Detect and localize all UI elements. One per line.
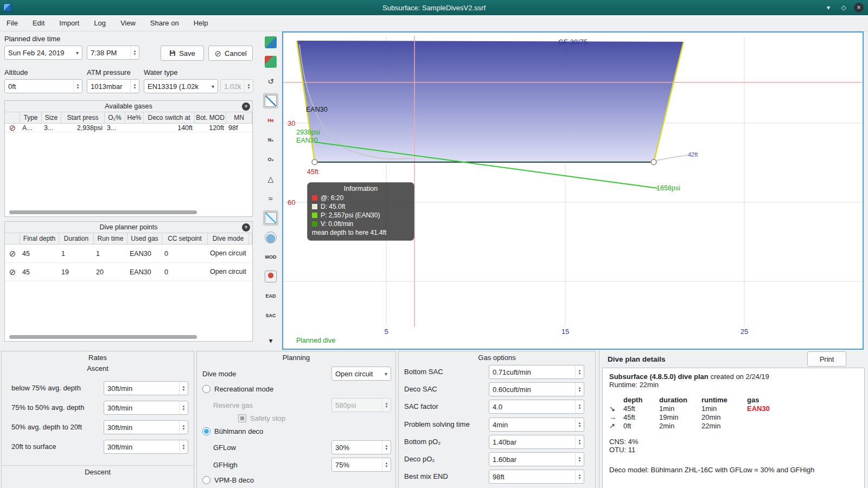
save-plan-icon[interactable] (263, 54, 278, 69)
col-cc-setpoint[interactable]: CC setpoint (162, 233, 208, 244)
sac-rate-icon[interactable] (263, 269, 278, 284)
undo-icon[interactable]: ↺ (263, 74, 278, 89)
sac-toggle-icon[interactable]: SAC (263, 308, 278, 323)
print-button[interactable]: Print (807, 351, 846, 367)
col-deco-switch[interactable]: Deco switch at (144, 112, 195, 123)
best-mix-end-spinner[interactable]: 98ft ▲▼ (489, 470, 584, 484)
col-size[interactable]: Size (42, 112, 61, 123)
gas-row[interactable]: ⊘ A... 3... 2,938psi 3... 140ft 120ft 98… (5, 124, 252, 132)
more-tools-icon[interactable]: ▾ (263, 333, 278, 348)
spinner-arrows-icon[interactable]: ▲▼ (179, 421, 188, 434)
bottom-po2-spinner[interactable]: 1.40bar ▲▼ (489, 435, 584, 449)
profile-toggle-icon[interactable] (263, 93, 278, 108)
point-gas-cell[interactable]: EAN30 (127, 263, 162, 281)
spinner-arrows-icon[interactable]: ▲▼ (575, 383, 584, 396)
point-mode-cell[interactable]: Open circuit (208, 263, 249, 281)
gfhigh-spinner[interactable]: 75% ▲▼ (331, 458, 391, 472)
radio-recreational[interactable] (202, 385, 210, 393)
point-runtime-cell[interactable]: 1 (94, 245, 127, 262)
recreational-mode-option[interactable]: Recreational mode (202, 385, 273, 393)
point-duration-cell[interactable]: 19 (59, 263, 94, 281)
ascent-rate-50-spinner[interactable]: 30ft/min ▲▼ (104, 401, 188, 415)
point-mode-cell[interactable]: Open circuit (208, 245, 249, 262)
gflow-spinner[interactable]: 30% ▲▼ (331, 440, 391, 454)
menu-file[interactable]: File (7, 19, 18, 27)
dive-mode-select[interactable]: Open circuit ▾ (331, 367, 391, 381)
bottom-sac-spinner[interactable]: 0.71cuft/min ▲▼ (489, 365, 584, 379)
spinner-arrows-icon[interactable]: ▲▼ (575, 470, 584, 483)
altitude-spinner[interactable]: 0ft ▲▼ (4, 79, 82, 93)
col-used-gas[interactable]: Used gas (127, 233, 162, 244)
menu-import[interactable]: Import (59, 19, 79, 27)
point-setpoint-cell[interactable]: 0 (162, 263, 208, 281)
dive-date-select[interactable]: Sun Feb 24, 2019 ▾ (4, 46, 82, 60)
deco-sac-spinner[interactable]: 0.60cuft/min ▲▼ (489, 382, 584, 396)
col-type[interactable]: Type (20, 112, 42, 123)
point-depth-cell[interactable]: 45 (20, 263, 59, 281)
gas-startpress-cell[interactable]: 2,938psi (61, 124, 105, 132)
mod-toggle-icon[interactable]: MOD (263, 249, 278, 265)
gas-o2-cell[interactable]: 3... (105, 124, 125, 132)
cylinder-use-icon[interactable]: ⊘ (9, 124, 16, 132)
points-horizontal-scrollbar[interactable] (9, 335, 197, 339)
gases-horizontal-scrollbar[interactable] (9, 210, 197, 214)
point-gas-cell[interactable]: EAN30 (127, 245, 162, 262)
atm-pressure-spinner[interactable]: 1013mbar ▲▼ (87, 79, 139, 93)
heartrate-toggle-icon[interactable]: ≈ (263, 191, 278, 206)
ead-toggle-icon[interactable]: EAD (263, 288, 278, 304)
profile-handle[interactable] (312, 159, 317, 165)
menu-share-on[interactable]: Share on (150, 19, 179, 27)
radio-buhlmann[interactable] (202, 427, 210, 435)
col-run-time[interactable]: Run time (94, 233, 127, 244)
gas-flask-icon[interactable] (263, 230, 278, 245)
deco-po2-spinner[interactable]: 1.60bar ▲▼ (489, 452, 584, 466)
point-depth-cell[interactable]: 45 (20, 245, 59, 262)
spinner-arrows-icon[interactable]: ▲▼ (130, 46, 139, 59)
gas-he-cell[interactable] (125, 124, 144, 132)
add-dive-point-button[interactable]: + (242, 223, 250, 232)
helium-toggle-icon[interactable]: He (263, 113, 278, 128)
minimize-icon[interactable]: ▾ (824, 3, 833, 12)
spinner-arrows-icon[interactable]: ▲▼ (382, 458, 391, 471)
menu-edit[interactable]: Edit (33, 19, 44, 27)
spinner-arrows-icon[interactable]: ▲▼ (179, 401, 188, 414)
gas-mnd-cell[interactable]: 98f (226, 124, 252, 132)
menu-log[interactable]: Log (94, 19, 106, 27)
spinner-arrows-icon[interactable]: ▲▼ (575, 435, 584, 448)
ascent-rate-20ft-spinner[interactable]: 30ft/min ▲▼ (104, 420, 188, 434)
ascent-rate-surface-spinner[interactable]: 30ft/min ▲▼ (104, 440, 188, 454)
spinner-arrows-icon[interactable]: ▲▼ (179, 440, 188, 453)
add-gas-button[interactable]: + (242, 102, 250, 111)
gas-size-cell[interactable]: 3... (42, 124, 61, 132)
col-duration[interactable]: Duration (59, 233, 94, 244)
spinner-arrows-icon[interactable]: ▲▼ (382, 441, 391, 454)
spinner-arrows-icon[interactable]: ▲▼ (179, 382, 188, 395)
nitrogen-toggle-icon[interactable]: N₂ (263, 132, 278, 147)
save-button[interactable]: Save (161, 46, 204, 61)
oxygen-toggle-icon[interactable]: O₂ (263, 152, 278, 167)
ceiling-toggle-icon[interactable]: △ (263, 171, 278, 187)
dive-point-row[interactable]: ⊘ 45 19 20 EAN30 0 Open circuit (5, 263, 252, 281)
delete-point-icon[interactable]: ⊘ (9, 268, 16, 276)
col-start-press[interactable]: Start press (61, 112, 105, 123)
col-he[interactable]: He% (125, 112, 144, 123)
vpmb-deco-option[interactable]: VPM-B deco (202, 476, 254, 484)
col-final-depth[interactable]: Final depth (20, 233, 59, 244)
dive-planner-icon[interactable] (263, 35, 278, 50)
point-setpoint-cell[interactable]: 0 (162, 245, 208, 262)
menu-view[interactable]: View (120, 19, 136, 27)
point-duration-cell[interactable]: 1 (59, 245, 94, 262)
col-mnd[interactable]: MN (226, 112, 252, 123)
delete-point-icon[interactable]: ⊘ (9, 249, 16, 258)
spinner-arrows-icon[interactable]: ▲▼ (73, 80, 82, 93)
gas-botmod-cell[interactable]: 120ft (195, 124, 226, 132)
spinner-arrows-icon[interactable]: ▲▼ (575, 418, 584, 431)
dive-point-row[interactable]: ⊘ 45 1 1 EAN30 0 Open circuit (5, 245, 252, 263)
radio-vpmb[interactable] (202, 476, 210, 484)
spinner-arrows-icon[interactable]: ▲▼ (130, 80, 139, 93)
tank-pressure-toggle-icon[interactable] (263, 210, 278, 226)
spinner-arrows-icon[interactable]: ▲▼ (575, 400, 584, 413)
col-o2[interactable]: O₂% (105, 112, 125, 123)
water-type-select[interactable]: EN13319 (1.02k ▾ (144, 79, 218, 93)
dive-profile-chart[interactable]: GF 30/75 30 60 5 15 25 EAN30 2938psi EAN… (282, 31, 864, 350)
